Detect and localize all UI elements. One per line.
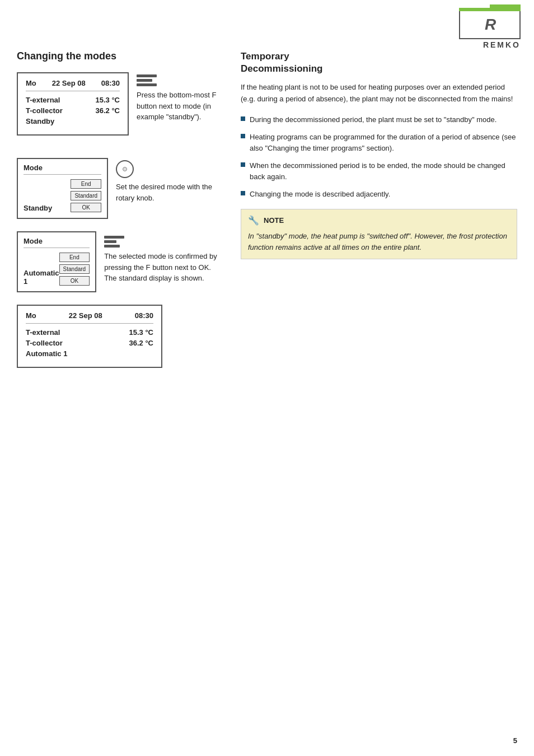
instruction1-text: Press the bottom-most F button next to m… — [137, 90, 224, 123]
note-header: 🔧 NOTE — [248, 215, 510, 226]
panel2-time: 08:30 — [135, 311, 153, 320]
note-header-text: NOTE — [264, 216, 284, 225]
instruction2-wrapper: Set the desired mode with the rotary kno… — [116, 158, 224, 203]
note-text: In "standby" mode, the heat pump is "swi… — [248, 231, 510, 253]
panel1-t-external-value: 15.3 °C — [95, 96, 120, 104]
mode-panel1-title: Mode — [24, 164, 101, 175]
panel2-row-1: T-collector 36.2 °C — [26, 339, 153, 347]
bullet-item-1: Heating programs can be programmed for t… — [241, 132, 517, 153]
note-box: 🔧 NOTE In "standby" mode, the heat pump … — [241, 209, 517, 259]
mode-panel1-body: Standby End Standard OK — [24, 179, 101, 212]
panel2-t-external-label: T-external — [26, 328, 60, 337]
bullet-icon-3 — [241, 191, 245, 195]
left-column: Changing the modes Mo 22 Sep 08 08:30 T-… — [17, 50, 224, 378]
page-number: 5 — [513, 736, 517, 745]
rotary-knob-inner — [123, 167, 127, 171]
mode-btn-end-2: End — [59, 253, 90, 262]
mode-btn-ok-1: OK — [71, 203, 101, 212]
f-line-3 — [137, 83, 157, 86]
instruction1-wrapper: Press the bottom-most F button next to m… — [137, 72, 224, 123]
right-column: Temporary Decommissioning If the heating… — [241, 50, 517, 378]
display-panel-2: Mo 22 Sep 08 08:30 T-external 15.3 °C T-… — [17, 305, 162, 368]
left-section-title: Changing the modes — [17, 50, 224, 62]
f-button-icon-1 — [137, 73, 165, 86]
mode-btn-end-1: End — [71, 179, 101, 189]
bullet-icon-2 — [241, 162, 245, 167]
f-line-a — [104, 236, 124, 239]
panel2-t-external-value: 15.3 °C — [129, 328, 153, 337]
mode-panel1-buttons: End Standard OK — [71, 179, 101, 212]
f-line-c — [104, 245, 120, 248]
note-icon: 🔧 — [248, 215, 259, 226]
panel2-date: 22 Sep 08 — [69, 311, 102, 320]
f-button-icon-2 — [104, 235, 132, 248]
intro-text: If the heating plant is not to be used f… — [241, 82, 517, 105]
logo-area: R REMKO — [459, 10, 521, 49]
mode-panel2-body: Automatic 1 End Standard OK — [24, 253, 90, 286]
bullet-text-0: During the decommissioned period, the pl… — [250, 114, 496, 125]
panel2-t-collector-value: 36.2 °C — [129, 339, 153, 347]
panel1-t-external-label: T-external — [26, 96, 60, 104]
bullet-icon-0 — [241, 116, 245, 121]
panel2-t-collector-label: T-collector — [26, 339, 63, 347]
panel1-standby: Standby — [26, 117, 120, 125]
mode-panel2-instruction: Mode Automatic 1 End Standard OK — [17, 231, 224, 292]
panel2-row-0: T-external 15.3 °C — [26, 328, 153, 337]
panel1-t-collector-value: 36.2 °C — [95, 106, 120, 115]
mode-panel2-title: Mode — [24, 237, 90, 248]
panel1-date: 22 Sep 08 — [52, 79, 86, 87]
mode-panel-1: Mode Standby End Standard OK — [17, 158, 108, 219]
rotary-knob-icon — [116, 160, 134, 178]
f-line-b — [104, 240, 116, 243]
mode-panel2-buttons: End Standard OK — [59, 253, 90, 286]
panel2-header: Mo 22 Sep 08 08:30 — [26, 311, 153, 324]
mode-btn-standard-2: Standard — [59, 264, 90, 274]
f-line-1 — [137, 74, 157, 77]
display-panel-1: Mo 22 Sep 08 08:30 T-external 15.3 °C T-… — [17, 72, 129, 136]
bullet-text-3: Changing the mode is described adjacentl… — [250, 189, 390, 200]
panel1-row-0: T-external 15.3 °C — [26, 96, 120, 104]
panel1-header: Mo 22 Sep 08 08:30 — [26, 79, 120, 91]
mode-panel2-label: Automatic 1 — [24, 269, 59, 286]
instruction2-text: Set the desired mode with the rotary kno… — [116, 181, 224, 203]
panel1-time: 08:30 — [101, 79, 120, 87]
f-line-2 — [137, 79, 152, 82]
instruction3-text: The selected mode is confirmed by pressi… — [104, 251, 224, 284]
logo-box: R — [459, 10, 521, 39]
bullet-list: During the decommissioned period, the pl… — [241, 114, 517, 200]
bullet-text-2: When the decommissioned period is to be … — [250, 160, 517, 182]
bullet-item-2: When the decommissioned period is to be … — [241, 160, 517, 182]
panel1-day: Mo — [26, 79, 36, 87]
panel1-t-collector-label: T-collector — [26, 106, 63, 115]
bullet-item-3: Changing the mode is described adjacentl… — [241, 189, 517, 200]
logo-brand: REMKO — [483, 40, 521, 49]
instruction3-wrapper: The selected mode is confirmed by pressi… — [104, 231, 224, 284]
mode-panel-2: Mode Automatic 1 End Standard OK — [17, 231, 96, 292]
bullet-item-0: During the decommissioned period, the pl… — [241, 114, 517, 125]
panel2-automatic: Automatic 1 — [26, 349, 153, 358]
panel1-row-1: T-collector 36.2 °C — [26, 106, 120, 115]
mode-btn-ok-2: OK — [59, 276, 90, 286]
bullet-icon-1 — [241, 134, 245, 138]
mode-panel1-label: Standby — [24, 204, 52, 212]
mode-panel1-instruction: Mode Standby End Standard OK Set the des… — [17, 158, 224, 219]
mode-btn-standard-1: Standard — [71, 191, 101, 200]
right-section-title: Temporary Decommissioning — [241, 50, 517, 75]
panel1-instruction-row: Mo 22 Sep 08 08:30 T-external 15.3 °C T-… — [17, 72, 224, 146]
bullet-text-1: Heating programs can be programmed for t… — [250, 132, 517, 153]
panel2-day: Mo — [26, 311, 36, 320]
f-lines-group-1 — [137, 74, 157, 86]
main-content: Changing the modes Mo 22 Sep 08 08:30 T-… — [0, 0, 534, 389]
f-lines-group-2 — [104, 236, 124, 248]
logo-r-letter: R — [485, 16, 495, 34]
